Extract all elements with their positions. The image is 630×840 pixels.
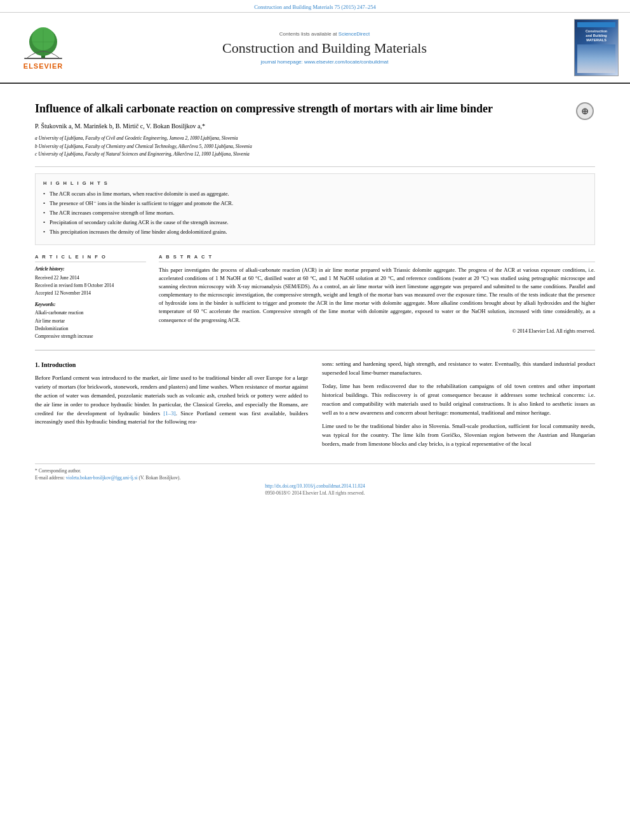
journal-header: ELSEVIER Contents lists available at Sci… — [0, 13, 630, 84]
affiliation-b: b University of Ljubljana, Faculty of Ch… — [35, 143, 595, 150]
body-para-4: Lime used to be the traditional binder a… — [322, 422, 595, 449]
svg-rect-5 — [24, 58, 62, 59]
received-date: Received 22 June 2014 — [35, 274, 146, 281]
highlight-item-1: The ACR occurs also in lime mortars, whe… — [43, 190, 587, 198]
divider-1 — [35, 166, 595, 167]
highlight-item-3: The ACR increases compressive strength o… — [43, 210, 587, 217]
corresponding-author-note: * Corresponding author. — [35, 468, 595, 474]
body-para-3: Today, lime has been rediscovered due to… — [322, 382, 595, 418]
highlights-section: H I G H L I G H T S The ACR occurs also … — [35, 173, 595, 244]
affiliation-c: c University of Ljubljana, Faculty of Na… — [35, 150, 595, 157]
elsevier-brand-text: ELSEVIER — [23, 62, 63, 70]
elsevier-logo: ELSEVIER — [11, 26, 75, 70]
affiliations: a University of Ljubljana, Faculty of Ci… — [35, 135, 595, 157]
cover-top-bar — [577, 22, 615, 27]
keyword-4: Compressive strength increase — [35, 333, 146, 340]
body-col-right: sons: setting and hardening speed, high … — [322, 360, 595, 453]
article-title: Influence of alkali carbonate reaction o… — [35, 101, 595, 116]
journal-homepage: journal homepage: www.elsevier.com/locat… — [88, 59, 561, 65]
journal-cover-image: Construction and Building MATERIALS — [574, 19, 619, 76]
crossmark-icon: ⊕ — [576, 102, 594, 120]
body-divider — [35, 350, 595, 350]
content-available-text: Contents lists available at ScienceDirec… — [88, 31, 561, 37]
crossmark-badge[interactable]: ⊕ — [576, 102, 595, 121]
article-info-label: A R T I C L E I N F O — [35, 254, 146, 262]
body-col-left: 1. Introduction Before Portland cement w… — [35, 360, 308, 453]
article-info-column: A R T I C L E I N F O Article history: R… — [35, 254, 146, 341]
journal-reference: Construction and Building Materials 75 (… — [254, 4, 376, 10]
top-bar: Construction and Building Materials 75 (… — [0, 0, 630, 13]
email-footnote: E-mail address: violeta.bokan-bosiljkov@… — [35, 475, 595, 481]
body-para-2: sons: setting and hardening speed, high … — [322, 360, 595, 378]
body-para-1: Before Portland cement was introduced to… — [35, 374, 308, 427]
main-content: ⊕ Influence of alkali carbonate reaction… — [0, 84, 630, 505]
abstract-label: A B S T R A C T — [159, 254, 595, 262]
abstract-column: A B S T R A C T This paper investigates … — [159, 254, 595, 341]
abstract-text: This paper investigates the process of a… — [159, 266, 595, 324]
affiliation-a: a University of Ljubljana, Faculty of Ci… — [35, 135, 595, 142]
journal-title: Construction and Building Materials — [88, 40, 561, 57]
cover-title-text: Construction and Building MATERIALS — [586, 29, 607, 43]
cover-image-area — [577, 44, 615, 73]
email-person-name: (V. Bokan Bosiljkov). — [139, 475, 181, 481]
section-1-heading: 1. Introduction — [35, 360, 308, 370]
authors-line: P. Štukovnik a, M. Marinšek b, B. Mirtič… — [35, 123, 595, 130]
article-title-area: ⊕ Influence of alkali carbonate reaction… — [35, 101, 595, 116]
keyword-1: Alkali-carbonate reaction — [35, 309, 146, 316]
history-label: Article history: — [35, 266, 146, 272]
doi-line: http://dx.doi.org/10.1016/j.conbuildmat.… — [35, 483, 595, 489]
journal-center: Contents lists available at ScienceDirec… — [75, 31, 574, 65]
sciencedirect-link[interactable]: ScienceDirect — [338, 31, 370, 37]
keywords-label: Keywords: — [35, 302, 146, 307]
keyword-2: Air lime mortar — [35, 317, 146, 324]
info-abstract-area: A R T I C L E I N F O Article history: R… — [35, 254, 595, 341]
highlight-item-2: The presence of OH⁻ ions in the binder i… — [43, 200, 587, 208]
issn-line: 0950-0618/© 2014 Elsevier Ltd. All right… — [35, 490, 595, 496]
body-text-area: 1. Introduction Before Portland cement w… — [35, 360, 595, 453]
highlight-item-4: Precipitation of secondary calcite durin… — [43, 219, 587, 227]
accepted-date: Accepted 12 November 2014 — [35, 290, 146, 297]
copyright-line: © 2014 Elsevier Ltd. All rights reserved… — [159, 328, 595, 334]
elsevier-tree-icon — [18, 26, 69, 61]
page-footer: * Corresponding author. E-mail address: … — [35, 463, 595, 496]
revised-date: Received in revised form 8 October 2014 — [35, 282, 146, 289]
email-link[interactable]: violeta.bokan-bosiljkov@fgg.uni-lj.si — [66, 475, 138, 481]
highlight-item-5: This precipitation increases the density… — [43, 229, 587, 236]
doi-link[interactable]: http://dx.doi.org/10.1016/j.conbuildmat.… — [265, 483, 365, 489]
ref-link-1-3[interactable]: [1–3] — [163, 410, 176, 417]
keyword-3: Dedolomitization — [35, 325, 146, 332]
highlights-label: H I G H L I G H T S — [43, 180, 587, 186]
such-word: such — [167, 392, 178, 399]
